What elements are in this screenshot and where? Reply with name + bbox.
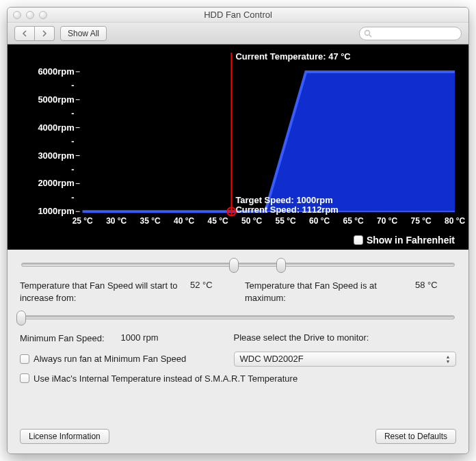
search-icon xyxy=(364,29,372,38)
reset-button[interactable]: Reset to Defaults xyxy=(375,429,456,444)
titlebar: HDD Fan Control xyxy=(8,8,468,23)
svg-text:2000rpm: 2000rpm xyxy=(38,178,74,188)
slider-track xyxy=(21,315,455,319)
svg-text:70 °C: 70 °C xyxy=(377,216,397,226)
use-internal-checkbox[interactable]: Use iMac's Internal Temperature instead … xyxy=(20,373,456,384)
svg-text:50 °C: 50 °C xyxy=(241,216,262,226)
svg-text:80 °C: 80 °C xyxy=(445,216,465,226)
bottom-bar: License Information Reset to Defaults xyxy=(20,429,456,444)
fahrenheit-label: Show in Fahrenheit xyxy=(367,235,455,246)
back-button[interactable] xyxy=(14,26,35,41)
always-min-label: Always run fan at Minimum Fan Speed xyxy=(34,354,186,364)
svg-text:35 °C: 35 °C xyxy=(140,216,161,226)
svg-text:-: - xyxy=(71,192,74,202)
svg-text:-: - xyxy=(71,80,74,90)
nav-group xyxy=(14,26,55,41)
close-dot[interactable] xyxy=(13,11,21,19)
svg-text:3000rpm: 3000rpm xyxy=(38,150,74,161)
svg-text:Current Speed: 1112rpm: Current Speed: 1112rpm xyxy=(235,205,338,215)
svg-text:55 °C: 55 °C xyxy=(276,216,296,226)
svg-point-0 xyxy=(365,30,370,35)
zoom-dot[interactable] xyxy=(39,11,47,19)
svg-text:75 °C: 75 °C xyxy=(411,216,432,226)
window-title: HDD Fan Control xyxy=(8,10,468,20)
temp-range-slider[interactable] xyxy=(21,258,455,273)
svg-text:30 °C: 30 °C xyxy=(106,216,127,226)
drive-selected-value: WDC WD2002F xyxy=(240,354,304,364)
chart-panel: 1000rpm-2000rpm-3000rpm-4000rpm-5000rpm-… xyxy=(8,44,468,250)
use-internal-label: Use iMac's Internal Temperature instead … xyxy=(34,373,298,384)
always-min-checkbox[interactable]: Always run fan at Minimum Fan Speed xyxy=(20,354,222,364)
svg-text:Target Speed: 1000rpm: Target Speed: 1000rpm xyxy=(235,195,332,205)
svg-text:-: - xyxy=(71,108,74,118)
fahrenheit-toggle[interactable]: Show in Fahrenheit xyxy=(354,235,455,246)
min-speed-value: 1000 rpm xyxy=(121,332,159,345)
forward-button[interactable] xyxy=(35,26,55,41)
svg-text:65 °C: 65 °C xyxy=(343,216,364,226)
svg-text:4000rpm: 4000rpm xyxy=(38,122,74,133)
minimize-dot[interactable] xyxy=(26,11,34,19)
drive-select[interactable]: WDC WD2002F ▲▼ xyxy=(234,352,457,367)
checkbox-icon xyxy=(354,235,363,245)
min-speed-label: Minimum Fan Speed: xyxy=(20,332,105,345)
svg-line-1 xyxy=(369,35,371,37)
chevron-left-icon xyxy=(22,30,27,37)
checkbox-icon xyxy=(20,373,29,383)
min-speed-thumb[interactable] xyxy=(16,311,26,326)
temp-range-labels: Temperature that Fan Speed will start to… xyxy=(20,280,456,304)
ramp-max-thumb[interactable] xyxy=(276,258,286,273)
drive-select-label: Please select the Drive to monitor: xyxy=(234,332,457,343)
traffic-lights xyxy=(8,11,47,19)
ramp-max-label: Temperature that Fan Speed is at maximum… xyxy=(245,280,410,304)
ramp-start-thumb[interactable] xyxy=(229,258,239,273)
svg-text:25 °C: 25 °C xyxy=(72,216,93,226)
settings-panel: Temperature that Fan Speed will start to… xyxy=(8,250,468,453)
ramp-start-value: 52 °C xyxy=(190,280,231,304)
show-all-button[interactable]: Show All xyxy=(60,26,107,41)
license-button[interactable]: License Information xyxy=(20,429,109,444)
fan-curve-chart: 1000rpm-2000rpm-3000rpm-4000rpm-5000rpm-… xyxy=(8,44,468,249)
checkbox-icon xyxy=(20,354,29,364)
min-speed-slider[interactable] xyxy=(21,311,455,326)
svg-text:-: - xyxy=(71,164,74,174)
svg-text:60 °C: 60 °C xyxy=(309,216,330,226)
svg-text:45 °C: 45 °C xyxy=(208,216,228,226)
svg-text:40 °C: 40 °C xyxy=(174,216,194,226)
updown-icon: ▲▼ xyxy=(443,354,453,365)
svg-text:6000rpm: 6000rpm xyxy=(38,66,74,77)
svg-text:5000rpm: 5000rpm xyxy=(38,94,74,105)
ramp-start-label: Temperature that Fan Speed will start to… xyxy=(20,280,185,304)
ramp-max-value: 58 °C xyxy=(415,280,456,304)
svg-text:-: - xyxy=(71,136,74,146)
toolbar: Show All xyxy=(8,23,468,44)
svg-text:Current Temperature: 47 °C: Current Temperature: 47 °C xyxy=(235,51,350,62)
search-input[interactable] xyxy=(375,29,457,38)
chevron-right-icon xyxy=(42,30,47,37)
search-field[interactable] xyxy=(359,27,462,40)
app-window: HDD Fan Control Show All 1000rpm-2000rpm… xyxy=(7,7,469,454)
svg-text:1000rpm: 1000rpm xyxy=(38,206,74,216)
